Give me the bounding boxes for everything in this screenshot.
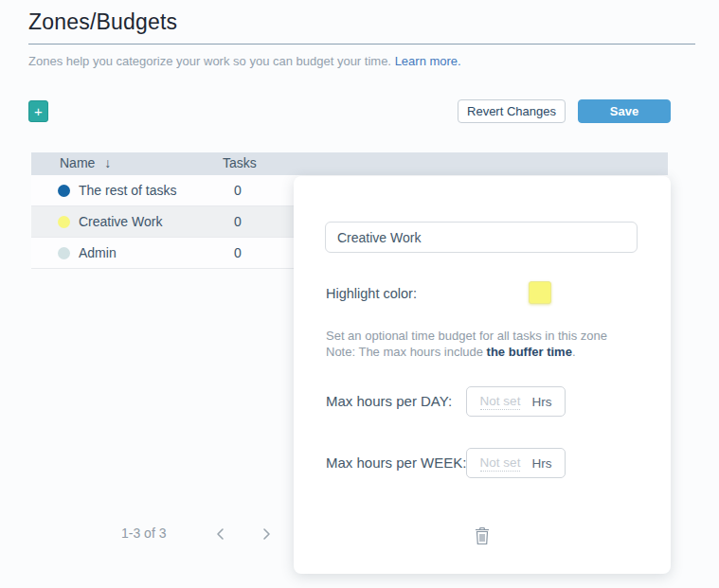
column-header-tasks[interactable]: Tasks (223, 155, 257, 170)
zone-task-count: 0 (234, 183, 242, 198)
budget-hint-line1: Set an optional time budget for all task… (326, 329, 607, 343)
day-hours-unit: Hrs (531, 395, 551, 409)
next-page-button[interactable] (261, 527, 272, 541)
zone-task-count: 0 (234, 245, 242, 260)
note-prefix: Note: The max hours include (326, 345, 487, 359)
subtitle-text: Zones help you categorize your work so y… (28, 54, 391, 68)
trash-icon (473, 526, 494, 546)
learn-more-link[interactable]: Learn more. (395, 54, 461, 68)
buffer-time-link[interactable]: the buffer time (487, 345, 572, 359)
zone-task-count: 0 (234, 214, 242, 229)
save-button[interactable]: Save (578, 99, 671, 123)
zone-name-input[interactable] (325, 222, 638, 253)
budget-hint: Set an optional time budget for all task… (326, 328, 638, 360)
zone-detail-panel: Highlight color: Set an optional time bu… (294, 176, 671, 574)
pagination: 1-3 of 3 (121, 526, 272, 541)
max-hours-week-input[interactable]: Not set Hrs (466, 448, 566, 478)
zone-name: Admin (79, 245, 117, 260)
table-header: Name↓ Tasks (31, 152, 668, 175)
chevron-right-icon (261, 527, 272, 541)
page-subtitle: Zones help you categorize your work so y… (28, 54, 461, 68)
column-header-name[interactable]: Name↓ (60, 155, 111, 170)
zone-color-dot (58, 185, 70, 197)
page-title: Zones/Budgets (28, 9, 177, 35)
sort-desc-icon: ↓ (104, 155, 111, 170)
highlight-color-swatch[interactable] (529, 281, 551, 304)
week-hours-placeholder: Not set (480, 455, 521, 472)
max-hours-week-label: Max hours per WEEK: (326, 454, 466, 471)
add-zone-button[interactable]: + (28, 100, 48, 122)
zone-color-dot (58, 247, 70, 259)
zone-name: The rest of tasks (79, 183, 176, 198)
max-hours-day-label: Max hours per DAY: (326, 393, 452, 409)
day-hours-placeholder: Not set (480, 394, 521, 410)
zone-color-dot (58, 216, 70, 228)
chevron-left-icon (215, 527, 226, 541)
zone-name: Creative Work (79, 214, 162, 229)
note-suffix: . (572, 345, 576, 359)
week-hours-unit: Hrs (531, 456, 551, 471)
plus-icon: + (34, 103, 43, 119)
highlight-color-label: Highlight color: (326, 286, 417, 301)
delete-zone-button[interactable] (473, 525, 494, 547)
max-hours-day-input[interactable]: Not set Hrs (466, 386, 566, 417)
revert-changes-button[interactable]: Revert Changes (458, 99, 566, 123)
prev-page-button[interactable] (215, 527, 226, 541)
title-divider (28, 44, 695, 45)
page-range-label: 1-3 of 3 (121, 526, 166, 541)
